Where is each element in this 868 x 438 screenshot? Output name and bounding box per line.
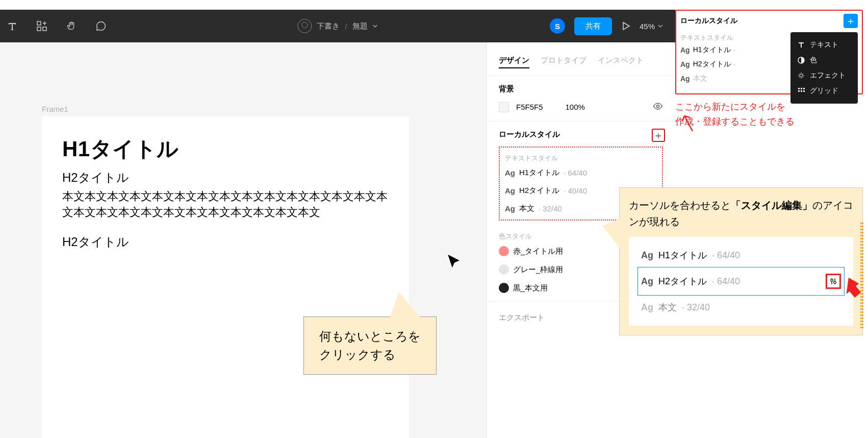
color-dot-black <box>499 283 509 293</box>
bg-swatch[interactable] <box>499 102 509 112</box>
svg-rect-0 <box>37 21 41 25</box>
doc-title[interactable]: 無題 <box>352 21 368 31</box>
bg-title: 背景 <box>499 84 663 94</box>
svg-point-3 <box>657 105 659 108</box>
local-styles-popover: ローカルスタイル ＋ テキストスタイル AgH1タイトル· AgH2タイトル· … <box>675 10 863 94</box>
svg-point-13 <box>834 281 836 284</box>
svg-point-12 <box>831 279 833 282</box>
tab-design[interactable]: デザイン <box>499 56 529 68</box>
title-separator: / <box>345 22 347 31</box>
tab-prototype[interactable]: プロトタイプ <box>541 56 586 68</box>
h1-text[interactable]: H1タイトル <box>62 135 389 163</box>
style-type-menu: テキスト 色 エフェクト グリッド <box>790 32 858 104</box>
ag-icon: Ag <box>505 204 515 213</box>
owner-avatar-icon[interactable] <box>297 19 312 33</box>
callout-hover-edit: カーソルを合わせると「スタイル編集」のアイコンが現れる AgH1タイトル· 64… <box>619 187 863 335</box>
svg-rect-10 <box>801 90 802 92</box>
user-badge[interactable]: S <box>550 18 565 34</box>
svg-rect-8 <box>803 88 805 89</box>
play-icon[interactable] <box>621 21 630 31</box>
local-styles-title: ローカルスタイル <box>499 130 663 139</box>
popover-region: ローカルスタイル ＋ テキストスタイル AgH1タイトル· AgH2タイトル· … <box>675 10 863 129</box>
frame[interactable]: H1タイトル H2タイトル 本文本文本文本文本文本文本文本文本文本文本文本文本文… <box>42 116 409 438</box>
text-tool-icon[interactable] <box>4 18 20 34</box>
draft-label[interactable]: 下書き <box>317 21 340 31</box>
text-styles-label: テキストスタイル <box>505 154 657 163</box>
color-dot-grey <box>499 264 509 275</box>
callout2-text: カーソルを合わせると「スタイル編集」のアイコンが現れる <box>629 197 853 230</box>
popover-title: ローカルスタイル <box>680 16 737 26</box>
bg-opacity[interactable]: 100% <box>566 103 585 111</box>
popover-caption: ここから新たにスタイルを 作成・登録することもできる <box>675 100 863 129</box>
zoom-dropdown[interactable]: 45% <box>640 22 663 31</box>
h2-text[interactable]: H2タイトル <box>62 169 389 186</box>
hover-row-body[interactable]: Ag本文· 32/40 <box>638 295 844 320</box>
add-style-button[interactable]: ＋ <box>652 129 665 142</box>
body-text[interactable]: 本文本文本文本文本文本文本文本文本文本文本文本文本文本文本文本文本文本文本文本文… <box>62 189 389 221</box>
red-arrow-icon <box>677 113 698 133</box>
svg-rect-7 <box>801 88 802 89</box>
share-button[interactable]: 共有 <box>574 17 612 35</box>
add-style-plus-button[interactable]: ＋ <box>844 14 858 28</box>
comment-icon[interactable] <box>93 18 109 34</box>
menu-item-color[interactable]: 色 <box>798 53 851 68</box>
svg-point-5 <box>800 74 803 77</box>
svg-rect-6 <box>798 88 800 89</box>
canvas[interactable]: Frame1 H1タイトル H2タイトル 本文本文本文本文本文本文本文本文本文本… <box>0 42 486 438</box>
hover-row-h1[interactable]: AgH1タイトル· 64/40 <box>638 243 844 267</box>
chevron-down-icon <box>658 23 663 29</box>
bg-hex[interactable]: F5F5F5 <box>516 103 543 111</box>
svg-rect-11 <box>803 90 805 92</box>
svg-rect-1 <box>37 27 41 31</box>
hover-row-h2[interactable]: AgH2タイトル· 64/40 <box>638 267 844 295</box>
h2-text-2[interactable]: H2タイトル <box>62 234 389 250</box>
menu-item-text[interactable]: テキスト <box>798 37 851 53</box>
callout-click-empty: 何もないところを クリックする <box>303 317 437 375</box>
color-dot-red <box>499 246 509 256</box>
menu-item-effect[interactable]: エフェクト <box>798 68 851 83</box>
menu-item-grid[interactable]: グリッド <box>798 83 851 99</box>
cursor-arrow-icon <box>446 253 463 271</box>
background-section: 背景 F5F5F5 100% <box>487 76 675 121</box>
ag-icon: Ag <box>505 186 515 195</box>
chevron-down-icon[interactable] <box>373 23 378 29</box>
add-component-icon[interactable] <box>34 18 50 34</box>
hand-tool-icon[interactable] <box>63 18 80 34</box>
decorative-stripe <box>860 223 863 330</box>
tab-inspect[interactable]: インスペクト <box>598 56 644 68</box>
panel-tabs: デザイン プロトタイプ インスペクト <box>487 42 675 76</box>
hover-style-list: AgH1タイトル· 64/40 AgH2タイトル· 64/40 Ag本文· 32… <box>629 237 853 326</box>
ag-icon: Ag <box>505 168 515 177</box>
frame-label[interactable]: Frame1 <box>42 105 68 113</box>
svg-rect-2 <box>43 27 46 31</box>
svg-rect-9 <box>798 90 800 92</box>
visibility-icon[interactable] <box>653 101 663 113</box>
top-toolbar: 下書き / 無題 S 共有 45% <box>0 10 675 42</box>
style-row-h1[interactable]: Ag H1タイトル · 64/40 <box>505 168 657 178</box>
red-pointer-arrow-icon <box>836 277 861 301</box>
